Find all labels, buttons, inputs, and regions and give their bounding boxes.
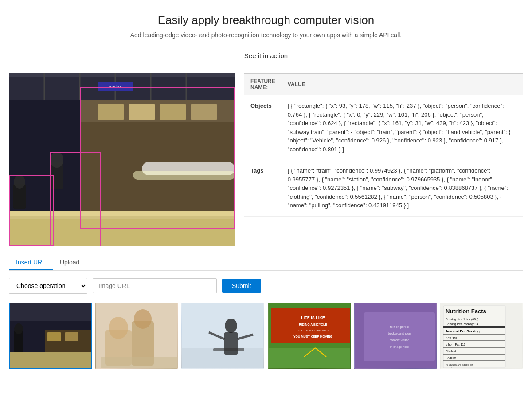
- svg-rect-26: [10, 303, 91, 321]
- tab-upload[interactable]: Upload: [53, 255, 86, 270]
- gallery-item-people[interactable]: [95, 303, 178, 369]
- submit-button[interactable]: Submit: [222, 279, 261, 293]
- section-tab-bar: See it in action: [9, 47, 523, 64]
- svg-rect-13: [191, 104, 217, 120]
- svg-rect-11: [129, 104, 155, 120]
- svg-text:2 miles: 2 miles: [109, 85, 122, 89]
- svg-text:background sign: background sign: [388, 332, 411, 335]
- svg-rect-38: [101, 357, 177, 369]
- gallery-item-subway[interactable]: [9, 303, 92, 369]
- image-url-input[interactable]: [93, 278, 217, 293]
- svg-text:content visible: content visible: [390, 339, 409, 342]
- svg-text:text on purple: text on purple: [390, 325, 409, 329]
- gallery-item-sign[interactable]: text on purple background sign content v…: [354, 303, 437, 369]
- feature-value-objects: [ { "rectangle": { "x": 93, "y": 178, "w…: [282, 95, 523, 160]
- svg-point-32: [14, 323, 23, 334]
- tabs-bar: Insert URL Upload: [9, 255, 523, 271]
- feature-name-objects: Objects: [244, 95, 282, 160]
- svg-text:% Values are based on: % Values are based on: [446, 363, 473, 366]
- svg-point-36: [109, 317, 128, 339]
- demo-image: 2 miles: [9, 73, 235, 246]
- feature-value-tags: [ { "name": "train", "confidence": 0.997…: [282, 160, 523, 217]
- gallery-item-skater[interactable]: [181, 303, 264, 369]
- svg-text:in image here: in image here: [390, 345, 409, 349]
- gallery-item-nutrition[interactable]: Nutrition Facts Serving size 1 bar (40g)…: [440, 303, 523, 369]
- tab-insert-url[interactable]: Insert URL: [9, 255, 53, 270]
- svg-text:Cholest: Cholest: [446, 350, 456, 353]
- svg-text:Serving Per Package: 4: Serving Per Package: 4: [446, 323, 478, 326]
- col-feature-header: FEATURE NAME:: [244, 74, 282, 95]
- gallery-item-life[interactable]: LIFE IS LIKE RIDING A BICYCLE TO KEEP YO…: [268, 303, 351, 369]
- results-table: FEATURE NAME: VALUE Objects [ { "rectang…: [244, 74, 523, 217]
- feature-name-tags: Tags: [244, 160, 282, 217]
- table-row: Objects [ { "rectangle": { "x": 93, "y":…: [244, 95, 523, 160]
- svg-text:our diet.: our diet.: [446, 367, 455, 369]
- svg-text:YOU MUST KEEP MOVING: YOU MUST KEEP MOVING: [293, 335, 333, 338]
- controls-row: Choose operation Submit: [9, 278, 523, 294]
- svg-rect-18: [9, 211, 235, 216]
- svg-point-20: [50, 152, 63, 168]
- svg-text:TO KEEP YOUR BALANCE: TO KEEP YOUR BALANCE: [297, 329, 329, 332]
- image-gallery: LIFE IS LIKE RIDING A BICYCLE TO KEEP YO…: [9, 303, 523, 369]
- page-subtitle: Add leading-edge video- and photo-recogn…: [9, 32, 523, 39]
- svg-point-37: [134, 309, 152, 329]
- table-row: Tags [ { "name": "train", "confidence": …: [244, 160, 523, 217]
- svg-rect-10: [98, 104, 124, 120]
- results-panel: FEATURE NAME: VALUE Objects [ { "rectang…: [244, 73, 523, 246]
- svg-rect-16: [9, 215, 235, 246]
- svg-rect-29: [65, 332, 78, 341]
- svg-rect-12: [160, 104, 186, 120]
- image-panel: 2 miles: [9, 73, 235, 246]
- svg-text:RIDING A BICYCLE: RIDING A BICYCLE: [299, 323, 327, 326]
- see-action-tab[interactable]: See it in action: [235, 47, 297, 64]
- svg-rect-15: [133, 171, 235, 180]
- col-value-header: VALUE: [282, 74, 523, 95]
- svg-rect-58: [364, 312, 435, 361]
- svg-text:Amount Per Serving: Amount Per Serving: [446, 329, 480, 333]
- operation-dropdown[interactable]: Choose operation: [9, 278, 87, 294]
- svg-text:Serving size 1 bar (40g): Serving size 1 bar (40g): [446, 318, 478, 321]
- svg-rect-28: [47, 332, 61, 341]
- svg-rect-43: [213, 348, 244, 351]
- svg-rect-30: [10, 352, 91, 369]
- svg-point-41: [225, 319, 237, 333]
- page-title: Easily apply breakthrough computer visio…: [9, 13, 523, 27]
- svg-text:Nutrition Facts: Nutrition Facts: [446, 308, 486, 315]
- svg-text:ries 190: ries 190: [446, 336, 458, 340]
- svg-rect-47: [269, 348, 350, 369]
- svg-rect-2: [9, 73, 235, 77]
- svg-text:LIFE IS LIKE: LIFE IS LIKE: [301, 315, 325, 320]
- demo-area: 2 miles FEATURE NAME: VALUE Objec: [9, 73, 523, 246]
- svg-text:Sodium: Sodium: [446, 356, 456, 359]
- svg-point-22: [14, 175, 25, 189]
- svg-text:s from Fat 110: s from Fat 110: [446, 343, 466, 346]
